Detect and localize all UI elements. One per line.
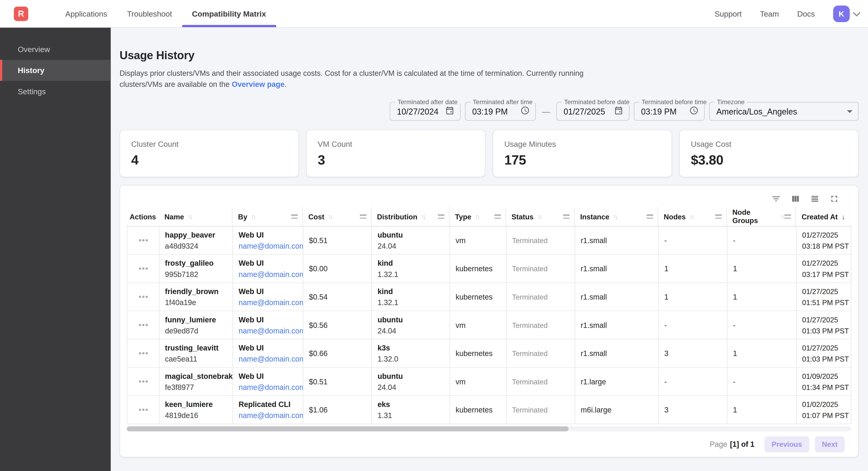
overview-page-link[interactable]: Overview page xyxy=(232,80,284,88)
column-menu-icon[interactable] xyxy=(438,214,444,219)
select-arrow-icon[interactable] xyxy=(847,110,852,113)
cluster-id: cae5ea11 xyxy=(165,355,232,363)
column-header-node-groups[interactable]: Node Groups xyxy=(727,207,796,226)
row-actions-button[interactable] xyxy=(127,368,159,395)
column-header-nodes[interactable]: Nodes xyxy=(658,207,727,226)
horizontal-scrollbar[interactable] xyxy=(127,426,851,432)
nav-link-team[interactable]: Team xyxy=(760,9,779,18)
tab-troubleshoot[interactable]: Troubleshoot xyxy=(117,0,182,27)
terminated-after-date-field[interactable]: Terminated after date 10/27/2024 xyxy=(390,102,461,121)
replicated-logo[interactable]: R xyxy=(14,6,28,21)
sort-icon[interactable] xyxy=(780,213,784,220)
column-header-name[interactable]: Name xyxy=(159,207,232,226)
created-by-email[interactable]: name@domain.com xyxy=(239,355,303,363)
timezone-select[interactable]: Timezone America/Los_Angeles xyxy=(709,102,859,121)
column-menu-icon[interactable] xyxy=(647,214,653,219)
more-actions-icon[interactable] xyxy=(142,324,144,326)
sort-icon[interactable] xyxy=(421,213,425,220)
row-actions-button[interactable] xyxy=(127,283,159,311)
column-menu-icon[interactable] xyxy=(563,214,570,219)
column-header-cost[interactable]: Cost xyxy=(303,207,371,226)
table-row[interactable]: keen_lumiere4819de16 Replicated CLIname@… xyxy=(127,396,851,424)
columns-icon[interactable] xyxy=(790,194,801,204)
sort-icon[interactable] xyxy=(328,213,332,220)
table-row[interactable]: friendly_brown1f40a19e Web UIname@domain… xyxy=(127,283,851,311)
sort-icon[interactable] xyxy=(613,213,617,220)
scrollbar-thumb[interactable] xyxy=(127,426,569,432)
table-row[interactable]: frosty_galileo995b7182 Web UIname@domain… xyxy=(127,255,851,283)
table-row[interactable]: funny_lumierede9ed87d Web UIname@domain.… xyxy=(127,311,851,340)
cost-value: $0.66 xyxy=(309,349,372,357)
table-row[interactable]: magical_stonebrakerfe3f8977 Web UIname@d… xyxy=(127,368,851,396)
description-line-2: clusters/VMs are available on the Overvi… xyxy=(120,79,859,90)
avatar[interactable]: K xyxy=(833,5,850,22)
sort-icon[interactable] xyxy=(251,213,255,220)
column-menu-icon[interactable] xyxy=(494,214,501,219)
sort-icon[interactable] xyxy=(475,213,479,220)
type-value: vm xyxy=(456,236,506,244)
column-header-created-at[interactable]: Created At xyxy=(796,207,851,226)
instance-value: r1.small xyxy=(581,265,658,273)
clock-icon[interactable] xyxy=(689,106,699,117)
row-actions-button[interactable] xyxy=(127,255,159,283)
sidebar-item-settings[interactable]: Settings xyxy=(0,81,111,102)
terminated-before-time-field[interactable]: Terminated before time 03:19 PM xyxy=(634,102,705,121)
column-header-type[interactable]: Type xyxy=(450,207,506,226)
nav-link-support[interactable]: Support xyxy=(715,9,742,18)
next-page-button[interactable]: Next xyxy=(815,436,845,452)
logo-letter: R xyxy=(18,9,24,18)
created-by-email[interactable]: name@domain.com xyxy=(239,383,303,391)
distribution-version: 1.32.0 xyxy=(378,355,450,363)
terminated-after-time-field[interactable]: Terminated after time 03:19 PM xyxy=(465,102,536,121)
more-actions-icon[interactable] xyxy=(142,380,144,383)
created-by-email[interactable]: name@domain.com xyxy=(239,326,303,335)
sort-icon[interactable] xyxy=(188,213,192,220)
tab-applications[interactable]: Applications xyxy=(55,0,117,27)
more-actions-icon[interactable] xyxy=(142,352,144,355)
sort-icon[interactable] xyxy=(690,213,693,220)
row-actions-button[interactable] xyxy=(127,311,159,339)
sort-desc-icon[interactable] xyxy=(841,212,845,221)
row-actions-button[interactable] xyxy=(127,227,159,254)
more-actions-icon[interactable] xyxy=(142,296,144,298)
more-actions-icon[interactable] xyxy=(142,409,144,411)
sort-icon[interactable] xyxy=(537,213,541,220)
sidebar-item-overview[interactable]: Overview xyxy=(0,39,111,60)
previous-page-button[interactable]: Previous xyxy=(764,436,809,452)
density-icon[interactable] xyxy=(810,194,820,204)
created-by-email[interactable]: name@domain.com xyxy=(239,298,303,306)
sidebar-item-history[interactable]: History xyxy=(0,60,111,81)
created-by-email[interactable]: name@domain.com xyxy=(239,411,303,420)
column-header-distribution[interactable]: Distribution xyxy=(371,207,450,226)
column-header-instance[interactable]: Instance xyxy=(575,207,658,226)
chevron-down-icon[interactable] xyxy=(853,8,860,19)
column-menu-icon[interactable] xyxy=(784,214,791,219)
row-actions-button[interactable] xyxy=(127,340,159,367)
user-menu[interactable]: K xyxy=(833,5,860,22)
more-actions-icon[interactable] xyxy=(142,268,144,270)
terminated-before-date-field[interactable]: Terminated before date 01/27/2025 xyxy=(556,102,629,121)
column-menu-icon[interactable] xyxy=(360,214,367,219)
fullscreen-icon[interactable] xyxy=(829,194,839,204)
table-row[interactable]: trusting_leavittcae5ea11 Web UIname@doma… xyxy=(127,340,851,368)
filter-icon[interactable] xyxy=(771,194,781,204)
more-actions-icon[interactable] xyxy=(142,239,144,241)
nav-link-docs[interactable]: Docs xyxy=(797,9,815,18)
table-row[interactable]: happy_beavera48d9324 Web UIname@domain.c… xyxy=(127,227,851,255)
calendar-icon[interactable] xyxy=(445,106,455,117)
created-by-email[interactable]: name@domain.com xyxy=(239,242,303,250)
stat-card-usage-cost: Usage Cost $3.80 xyxy=(679,130,859,177)
column-menu-icon[interactable] xyxy=(291,214,298,219)
column-menu-icon[interactable] xyxy=(715,214,722,219)
column-header-by[interactable]: By xyxy=(232,207,303,226)
status-badge: Terminated xyxy=(512,349,575,357)
row-actions-button[interactable] xyxy=(127,396,159,423)
stat-label: Usage Minutes xyxy=(504,140,660,148)
tab-compatibility-matrix[interactable]: Compatibility Matrix xyxy=(182,0,276,27)
created-by-email[interactable]: name@domain.com xyxy=(239,270,303,278)
cost-value: $0.54 xyxy=(309,293,372,301)
column-header-status[interactable]: Status xyxy=(506,207,575,226)
status-badge: Terminated xyxy=(512,265,575,273)
calendar-icon[interactable] xyxy=(614,106,623,117)
clock-icon[interactable] xyxy=(520,106,530,117)
